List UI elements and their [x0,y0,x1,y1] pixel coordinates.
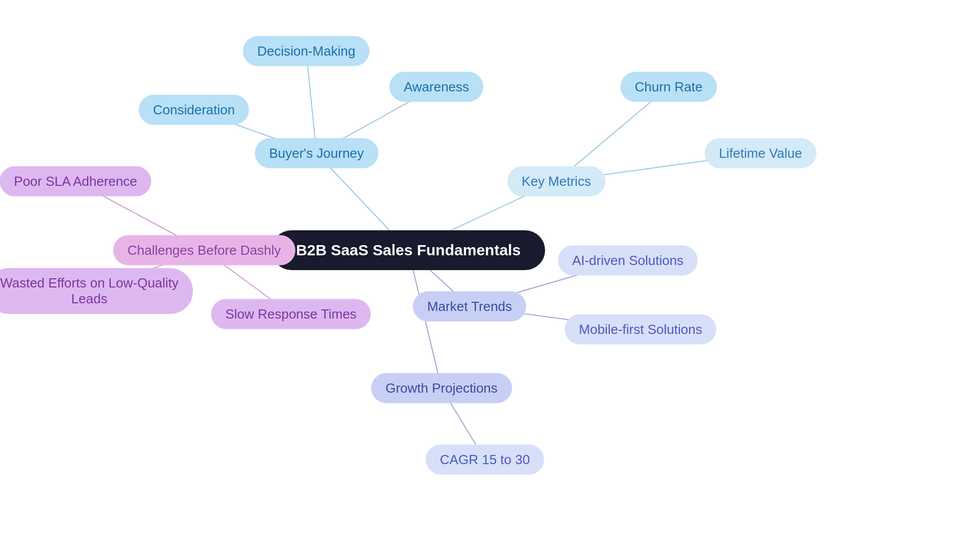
mind-map-container: B2B SaaS Sales FundamentalsBuyer's Journ… [0,0,980,553]
node-ai-driven[interactable]: AI-driven Solutions [558,246,698,276]
node-lifetime-value[interactable]: Lifetime Value [705,138,817,169]
node-challenges[interactable]: Challenges Before Dashly [113,235,296,266]
node-decision-making[interactable]: Decision-Making [243,36,370,66]
node-mobile-first[interactable]: Mobile-first Solutions [565,315,716,345]
node-poor-sla[interactable]: Poor SLA Adherence [0,166,152,197]
node-cagr[interactable]: CAGR 15 to 30 [426,445,544,475]
node-growth-projections[interactable]: Growth Projections [371,373,512,403]
node-awareness[interactable]: Awareness [389,72,483,102]
node-consideration[interactable]: Consideration [139,95,249,125]
node-slow-response[interactable]: Slow Response Times [211,299,371,329]
node-wasted-efforts[interactable]: Wasted Efforts on Low-QualityLeads [0,268,193,314]
node-key-metrics[interactable]: Key Metrics [507,166,605,197]
node-churn-rate[interactable]: Churn Rate [621,72,717,102]
center-node[interactable]: B2B SaaS Sales Fundamentals [272,230,545,270]
node-buyers-journey[interactable]: Buyer's Journey [255,138,378,169]
node-market-trends[interactable]: Market Trends [413,292,526,322]
